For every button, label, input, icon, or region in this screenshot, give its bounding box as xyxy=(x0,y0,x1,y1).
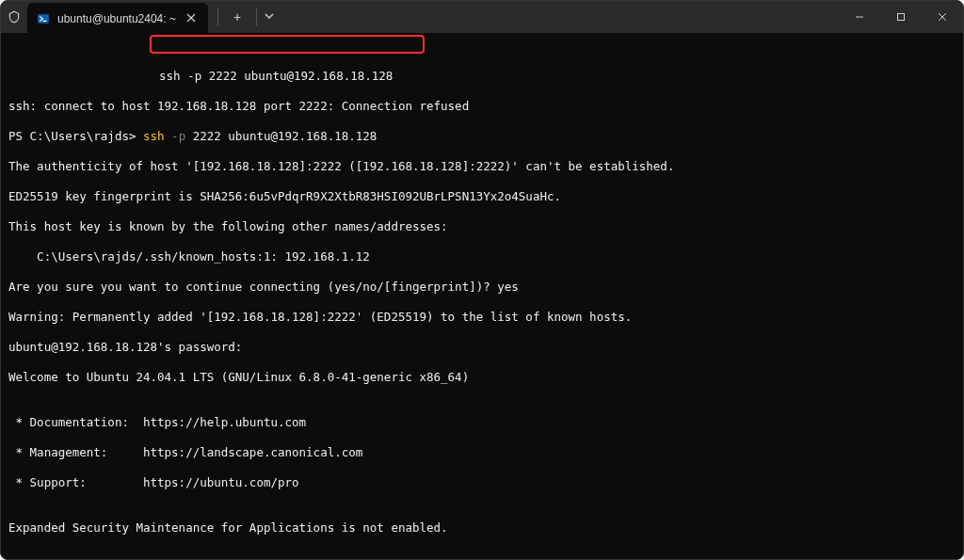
line: Are you sure you want to continue connec… xyxy=(8,280,956,295)
line: ED25519 key fingerprint is SHA256:6u5vPd… xyxy=(8,189,956,204)
line: * Management: https://landscape.canonica… xyxy=(8,445,956,460)
tab-divider-2 xyxy=(256,8,257,25)
line: Warning: Permanently added '[192.168.18.… xyxy=(8,310,956,325)
line: The authenticity of host '[192.168.18.12… xyxy=(8,159,956,174)
highlight-command: ssh -p 2222 ubuntu@192.168.18.128 xyxy=(159,69,393,83)
cmd: ssh xyxy=(143,129,165,143)
maximize-button[interactable] xyxy=(880,1,922,33)
new-tab-button[interactable]: + xyxy=(226,9,249,24)
line: * Documentation: https://help.ubuntu.com xyxy=(8,415,956,430)
tab-title: ubuntu@ubuntu2404: ~ xyxy=(57,12,176,25)
powershell-icon xyxy=(37,12,50,25)
tab-divider xyxy=(217,8,218,25)
shield-icon xyxy=(1,10,27,24)
tab[interactable]: ubuntu@ubuntu2404: ~ xyxy=(27,3,208,35)
tab-dropdown-button[interactable] xyxy=(265,11,274,23)
terminal-window: ubuntu@ubuntu2404: ~ + xyxy=(0,0,964,560)
minimize-button[interactable] xyxy=(839,1,880,33)
line: ubuntu@192.168.18.128's password: xyxy=(8,340,956,355)
highlight-annotation xyxy=(150,35,425,54)
svg-rect-5 xyxy=(898,14,905,21)
cmd-args: 2222 ubuntu@192.168.18.128 xyxy=(185,129,377,143)
cmd-flag: -p xyxy=(165,129,186,143)
ps-prompt: PS C:\Users\rajds> xyxy=(8,129,143,143)
line: * Support: https://ubuntu.com/pro xyxy=(8,475,956,490)
tab-close-button[interactable] xyxy=(184,12,199,25)
terminal-output[interactable]: ssh -p 2222 ubuntu@192.168.18.128 ssh: c… xyxy=(1,33,963,559)
close-button[interactable] xyxy=(922,1,963,33)
line: ssh: connect to host 192.168.18.128 port… xyxy=(8,99,956,114)
titlebar: ubuntu@ubuntu2404: ~ + xyxy=(1,1,963,33)
line: Expanded Security Maintenance for Applic… xyxy=(8,520,956,536)
line: Welcome to Ubuntu 24.04.1 LTS (GNU/Linux… xyxy=(8,370,956,385)
line: C:\Users\rajds/.ssh/known_hosts:1: 192.1… xyxy=(8,249,956,264)
line: This host key is known by the following … xyxy=(8,219,956,234)
